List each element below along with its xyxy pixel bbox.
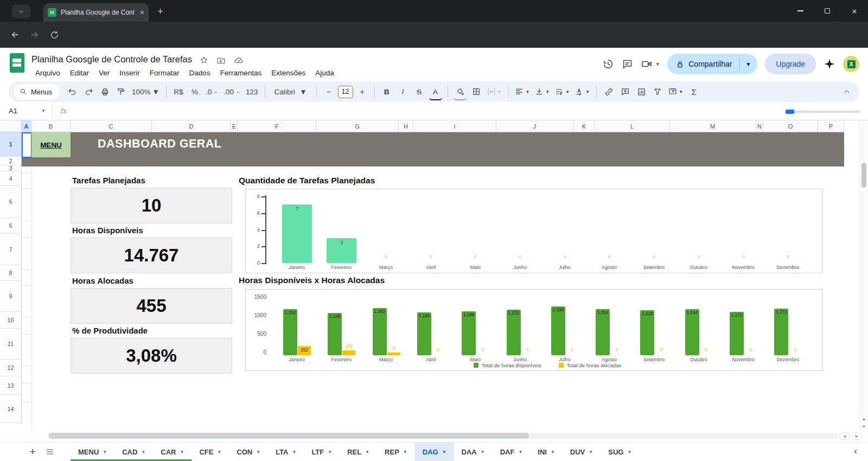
sheet-tab-rep[interactable]: REP▼ xyxy=(377,443,415,461)
bar-disponiveis-outubro[interactable] xyxy=(685,309,699,355)
menu-ajuda[interactable]: Ajuda xyxy=(310,67,339,79)
upgrade-button[interactable]: Upgrade xyxy=(765,54,816,74)
version-history-icon[interactable] xyxy=(602,58,614,70)
insert-link-button[interactable] xyxy=(602,84,616,99)
row-header-12[interactable]: 12 xyxy=(0,360,22,376)
increase-decimal-button[interactable]: .00→ xyxy=(222,84,242,99)
bar-disponiveis-março[interactable] xyxy=(373,308,387,355)
font-size-input[interactable]: 12 xyxy=(338,86,353,98)
row-header-13[interactable]: 13 xyxy=(0,376,22,395)
scroll-up-arrow[interactable]: ▲ xyxy=(860,415,867,422)
italic-button[interactable]: I xyxy=(396,84,410,99)
insert-comment-button[interactable] xyxy=(618,84,632,99)
column-header-I[interactable]: I xyxy=(413,120,496,132)
print-button[interactable] xyxy=(98,84,112,99)
column-header-E[interactable]: E xyxy=(231,120,238,132)
column-header-M[interactable]: M xyxy=(669,120,756,132)
reload-button[interactable] xyxy=(48,28,61,41)
sheet-tab-sug[interactable]: SUG▼ xyxy=(601,443,639,461)
row-header-4[interactable]: 4 xyxy=(0,171,22,186)
row-header-3[interactable]: 3 xyxy=(0,165,22,171)
join-call-button[interactable]: ▼ xyxy=(641,58,660,70)
bar-janeiro[interactable] xyxy=(282,204,312,263)
text-rotation-button[interactable]: ▼ xyxy=(573,84,591,99)
menu-ver[interactable]: Ver xyxy=(94,67,114,79)
column-header-N[interactable]: N xyxy=(756,120,763,132)
fill-color-button[interactable] xyxy=(453,84,467,99)
bar-disponiveis-abril[interactable] xyxy=(417,312,431,355)
sheet-tab-ltf[interactable]: LTF▼ xyxy=(304,443,340,461)
selected-cell-a1[interactable] xyxy=(22,132,32,158)
row-header-2[interactable]: 2 xyxy=(0,157,22,165)
vertical-scrollbar-thumb[interactable] xyxy=(861,163,866,188)
decrease-font-size-button[interactable]: − xyxy=(322,84,336,99)
column-header-C[interactable]: C xyxy=(71,120,152,132)
sheet-tab-cad[interactable]: CAD▼ xyxy=(114,443,153,461)
vertical-align-button[interactable]: ▼ xyxy=(533,84,551,99)
sheet-tab-daa[interactable]: DAA▼ xyxy=(454,443,493,461)
tab-search-button[interactable] xyxy=(12,4,30,18)
window-minimize-button[interactable] xyxy=(787,0,814,22)
scroll-down-arrow[interactable]: ▼ xyxy=(860,423,867,430)
hide-toolbar-button[interactable] xyxy=(840,84,854,99)
all-sheets-button[interactable] xyxy=(41,443,59,461)
row-header-6[interactable]: 6 xyxy=(0,218,22,234)
sheet-tab-duv[interactable]: DUV▼ xyxy=(563,443,601,461)
column-header-P[interactable]: P xyxy=(818,120,844,132)
menu-arquivo[interactable]: Arquivo xyxy=(30,67,65,79)
star-icon[interactable] xyxy=(200,56,208,65)
account-avatar[interactable]: X xyxy=(843,56,859,72)
document-title[interactable]: Planilha Goosgle de Controle de Tarefas xyxy=(31,54,192,65)
bar-disponiveis-fevereiro[interactable] xyxy=(328,313,342,355)
cloud-saved-icon[interactable] xyxy=(234,55,244,65)
format-percent-button[interactable]: % xyxy=(188,84,202,99)
sheet-tab-rel[interactable]: REL▼ xyxy=(340,443,377,461)
bar-alocadas-março[interactable] xyxy=(387,353,400,355)
row-header-9[interactable]: 9 xyxy=(0,281,22,312)
share-button[interactable]: Compartilhar ▼ xyxy=(667,54,757,74)
sheet-tab-lta[interactable]: LTA▼ xyxy=(268,443,304,461)
sheet-tab-car[interactable]: CAR▼ xyxy=(153,443,192,461)
sheet-tab-cfe[interactable]: CFE▼ xyxy=(192,443,229,461)
window-close-button[interactable]: × xyxy=(841,0,868,22)
share-dropdown[interactable]: ▼ xyxy=(739,58,757,70)
scroll-left-arrow[interactable]: ◂ xyxy=(840,432,850,440)
column-header-D[interactable]: D xyxy=(152,120,231,132)
bar-alocadas-fevereiro[interactable] xyxy=(342,350,355,355)
move-folder-icon[interactable] xyxy=(216,56,226,65)
redo-button[interactable] xyxy=(81,84,95,99)
filter-views-button[interactable]: ▼ xyxy=(667,84,685,99)
sheet-tab-con[interactable]: CON▼ xyxy=(229,443,268,461)
bar-disponiveis-maio[interactable] xyxy=(462,311,476,355)
borders-button[interactable] xyxy=(469,84,483,99)
row-header-5[interactable]: 5 xyxy=(0,186,22,218)
collapse-sidebar-icon[interactable]: ‹ xyxy=(854,446,857,457)
grid-body[interactable]: MENU DASHBOARD GERAL Quantidade de Taref… xyxy=(22,132,844,431)
column-header-B[interactable]: B xyxy=(31,120,71,132)
add-sheet-button[interactable]: + xyxy=(24,443,41,461)
chart-tarefas-planejadas[interactable]: 864207Janeiro3Fevereiro0Março0Abril0Maio… xyxy=(245,189,822,273)
row-header-10[interactable]: 10 xyxy=(0,312,22,329)
sheets-logo-icon[interactable] xyxy=(10,53,24,73)
paint-format-button[interactable] xyxy=(114,84,128,99)
menu-link-cell[interactable]: MENU xyxy=(31,132,71,157)
strikethrough-button[interactable]: S xyxy=(412,84,426,99)
column-header-K[interactable]: K xyxy=(573,120,595,132)
back-button[interactable] xyxy=(9,28,22,41)
sheet-tab-ini[interactable]: INI▼ xyxy=(530,443,563,461)
create-filter-button[interactable] xyxy=(650,84,665,99)
pane-slider-handle[interactable] xyxy=(786,110,794,114)
font-family-select[interactable]: Calibri▼ xyxy=(270,84,311,99)
chevron-down-icon[interactable]: ▼ xyxy=(41,108,46,113)
new-tab-button[interactable]: + xyxy=(157,5,163,17)
sheet-tab-dag[interactable]: DAG▼ xyxy=(415,443,454,461)
window-maximize-button[interactable] xyxy=(814,0,841,22)
column-header-O[interactable]: O xyxy=(763,120,818,132)
bar-disponiveis-janeiro[interactable] xyxy=(283,309,297,355)
menu-extensões[interactable]: Extensões xyxy=(266,67,310,79)
row-header-14[interactable]: 14 xyxy=(0,395,22,423)
text-color-button[interactable]: A xyxy=(429,84,443,99)
merge-cells-button[interactable]: ▼ xyxy=(486,84,503,99)
name-box[interactable]: A1 xyxy=(9,107,17,115)
bar-disponiveis-agosto[interactable] xyxy=(596,309,610,355)
